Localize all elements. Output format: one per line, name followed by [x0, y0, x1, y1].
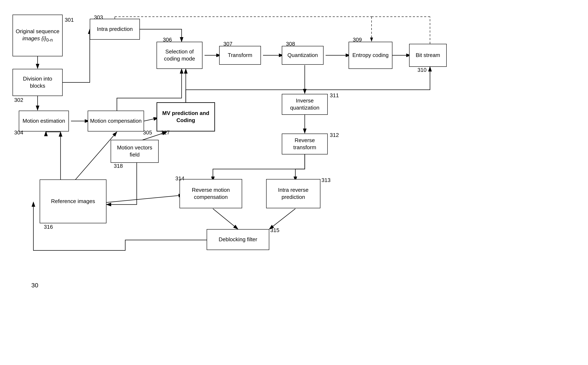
node-bit-stream: Bit stream	[409, 44, 447, 67]
svg-line-15	[106, 195, 183, 203]
node-original-sequence-label: Original sequence images {i}0-n	[15, 28, 61, 43]
label-312: 312	[330, 132, 339, 138]
node-intra-reverse-prediction-label: Intra reverse prediction	[268, 187, 318, 201]
label-310: 310	[417, 67, 427, 73]
node-deblocking-filter-label: Deblocking filter	[219, 236, 257, 243]
node-intra-prediction: Intra prediction	[90, 19, 140, 40]
node-motion-compensation-label: Motion compensation	[90, 118, 141, 125]
node-motion-vectors-field: Motion vectors field	[111, 140, 159, 163]
label-306: 306	[163, 36, 172, 43]
node-motion-vectors-field-label: Motion vectors field	[113, 144, 157, 158]
node-quantization: Quantization	[282, 46, 323, 65]
node-reverse-transform-label: Reverse transform	[284, 137, 326, 151]
node-reference-images: Reference images	[40, 179, 106, 223]
label-316: 316	[44, 224, 53, 230]
node-bit-stream-label: Bit stream	[416, 52, 440, 59]
node-inverse-quantization: Inverse quantization	[282, 94, 328, 115]
node-reference-images-label: Reference images	[51, 198, 95, 205]
node-reverse-transform: Reverse transform	[282, 133, 328, 154]
svg-line-13	[213, 209, 238, 229]
node-division-blocks: Division into blocks	[13, 69, 63, 96]
svg-line-5	[144, 118, 158, 121]
label-313: 313	[322, 177, 330, 183]
node-division-blocks-label: Division into blocks	[15, 75, 61, 90]
label-30: 30	[31, 282, 38, 289]
label-304: 304	[14, 129, 23, 136]
label-307: 307	[223, 41, 232, 47]
node-mv-prediction: MV prediction and Coding	[157, 102, 215, 132]
label-303: 303	[94, 14, 103, 21]
svg-line-14	[269, 209, 295, 229]
label-309: 309	[353, 36, 362, 43]
node-intra-reverse-prediction: Intra reverse prediction	[266, 179, 320, 208]
node-deblocking-filter: Deblocking filter	[207, 229, 269, 250]
label-317: 317	[161, 129, 170, 136]
node-reverse-motion-compensation-label: Reverse motion compensation	[182, 187, 240, 201]
label-314: 314	[175, 175, 184, 182]
label-301: 301	[65, 17, 74, 23]
node-entropy-coding: Entropy coding	[349, 42, 392, 69]
node-selection-coding-mode: Selection of coding mode	[157, 42, 203, 69]
diagram-container: Original sequence images {i}0-n Division…	[0, 0, 588, 365]
node-original-sequence: Original sequence images {i}0-n	[13, 15, 63, 56]
node-selection-coding-mode-label: Selection of coding mode	[159, 48, 200, 62]
node-mv-prediction-label: MV prediction and Coding	[159, 110, 213, 124]
label-305: 305	[143, 129, 152, 136]
label-302: 302	[14, 97, 23, 103]
label-311: 311	[330, 92, 339, 99]
node-motion-estimation: Motion estimation	[19, 111, 69, 132]
label-308: 308	[286, 41, 295, 47]
node-transform: Transform	[219, 46, 261, 65]
node-motion-compensation: Motion compensation	[88, 111, 144, 132]
node-intra-prediction-label: Intra prediction	[97, 26, 133, 33]
label-315: 315	[270, 227, 279, 233]
node-entropy-coding-label: Entropy coding	[352, 52, 388, 59]
label-318: 318	[114, 163, 123, 169]
node-motion-estimation-label: Motion estimation	[22, 118, 65, 125]
node-transform-label: Transform	[228, 52, 252, 59]
node-reverse-motion-compensation: Reverse motion compensation	[180, 179, 242, 208]
node-quantization-label: Quantization	[287, 52, 318, 59]
node-inverse-quantization-label: Inverse quantization	[284, 97, 326, 112]
